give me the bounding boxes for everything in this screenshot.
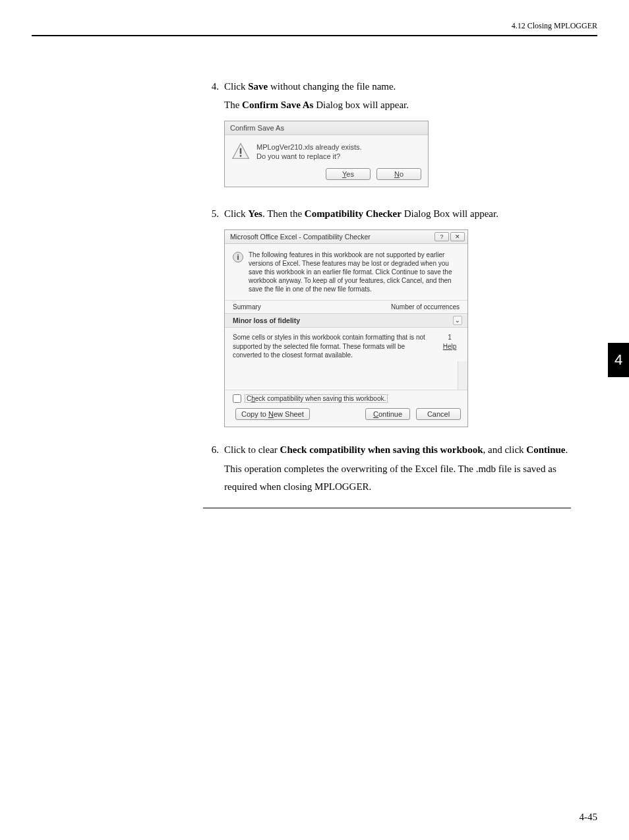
svg-rect-2 xyxy=(240,155,241,157)
minor-loss-label: Minor loss of fidelity xyxy=(233,316,300,324)
step-4-bold: Save xyxy=(248,81,268,92)
no-button[interactable]: No xyxy=(376,168,421,180)
continue-button[interactable]: Continue xyxy=(365,408,410,420)
expand-icon[interactable]: ⌄ xyxy=(453,316,462,325)
step-6-number: 6. xyxy=(203,442,219,458)
step-6-mid: , and click xyxy=(483,444,527,455)
dialog1-line2: Do you want to replace it? xyxy=(256,152,362,161)
step-5-number: 5. xyxy=(203,206,219,222)
no-button-rest: o xyxy=(400,170,404,178)
step-5-post: Dialog Box will appear. xyxy=(402,208,498,219)
step-4-sub-post: Dialog box will appear. xyxy=(313,100,409,110)
step-6-post: . xyxy=(566,444,568,455)
step-6-para: This operation completes the overwriting… xyxy=(224,460,571,496)
summary-label: Summary xyxy=(233,303,261,311)
step-5-mid: . Then the xyxy=(262,208,305,219)
occurrences-label: Number of occurrences xyxy=(391,303,460,311)
dialog1-line1: MPLogVer210.xls already exists. xyxy=(256,142,362,152)
svg-rect-1 xyxy=(240,148,241,154)
compatibility-checker-dialog: Microsoft Office Excel - Compatibility C… xyxy=(224,229,468,427)
page-header: 4.12 Closing MPLOGGER xyxy=(32,21,597,31)
step-4-sub-bold: Confirm Save As xyxy=(242,100,313,110)
occurrence-count: 1 xyxy=(440,333,460,342)
dialog1-title: Confirm Save As xyxy=(225,121,428,135)
step-6-bold2: Continue xyxy=(526,444,565,455)
dialog2-info-text: The following features in this workbook … xyxy=(249,251,460,293)
help-link[interactable]: Help xyxy=(440,342,460,351)
step-4-number: 4. xyxy=(203,78,219,94)
step-5-pre: Click xyxy=(224,208,248,219)
step-4-sub-pre: The xyxy=(224,100,242,110)
step-6-bold1: Check compatibility when saving this wor… xyxy=(280,444,483,455)
copy-to-new-sheet-button[interactable]: Copy to New Sheet xyxy=(235,408,310,420)
step-4-sub: The Confirm Save As Dialog box will appe… xyxy=(224,97,571,113)
step-5: 5. Click Yes. Then the Compatibility Che… xyxy=(203,206,571,222)
cancel-button[interactable]: Cancel xyxy=(416,408,461,420)
help-window-button[interactable]: ? xyxy=(434,232,449,241)
yes-button-rest: es xyxy=(346,170,354,178)
confirm-save-as-dialog: Confirm Save As MPLogVer210.xls already … xyxy=(224,121,429,187)
step-6: 6. Click to clear Check compatibility wh… xyxy=(203,442,571,458)
step-6-pre: Click to clear xyxy=(224,444,280,455)
header-rule xyxy=(32,35,597,36)
step-5-bold1: Yes xyxy=(248,208,262,219)
page-number: 4-45 xyxy=(580,812,598,823)
chapter-tab: 4 xyxy=(608,343,629,377)
close-window-button[interactable]: ✕ xyxy=(450,232,465,241)
step-4-text-pre: Click xyxy=(224,81,248,92)
step-4-text-post: without changing the file name. xyxy=(268,81,396,92)
yes-button[interactable]: Yes xyxy=(326,168,371,180)
step-5-bold2: Compatibility Checker xyxy=(305,208,402,219)
check-compatibility-checkbox[interactable] xyxy=(233,394,241,403)
dialog2-title: Microsoft Office Excel - Compatibility C… xyxy=(230,233,371,241)
check-compatibility-label: Check compatibility when saving this wor… xyxy=(245,394,388,403)
step-4: 4. Click Save without changing the file … xyxy=(203,78,571,94)
info-icon: i xyxy=(233,252,243,262)
end-rule xyxy=(203,508,571,508)
dialog2-list-area xyxy=(225,361,467,390)
warning-icon xyxy=(231,142,250,162)
detail-text: Some cells or styles in this workbook co… xyxy=(233,333,440,360)
